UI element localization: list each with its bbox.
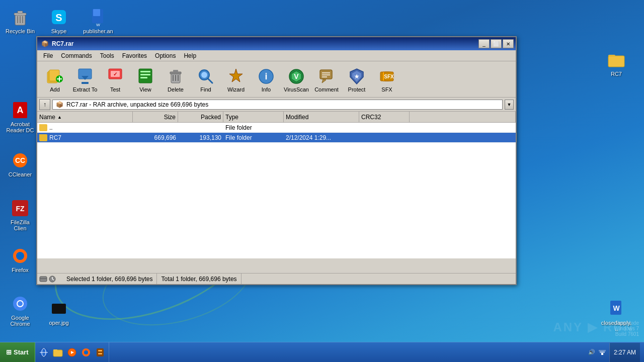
start-button[interactable]: ⊞ Start [0,342,35,363]
svg-text:V: V [294,72,299,80]
start-label: Start [14,348,29,356]
svg-text:SFX: SFX [384,74,394,79]
publisher-icon: W [88,7,108,27]
rc7-folder-icon [606,50,626,70]
taskbar-ie-icon[interactable] [37,346,50,359]
navigate-up-button[interactable]: ↑ [39,99,50,110]
minimize-button[interactable]: _ [478,39,490,48]
tray-network-icon[interactable] [598,348,606,357]
menu-favorites[interactable]: Favorites [118,51,151,60]
clock-area[interactable]: 2:27 AM [609,343,640,362]
col-header-type[interactable]: Type [223,112,284,122]
svg-marker-53 [229,69,243,82]
taskbar-wmp-icon[interactable] [65,346,78,359]
wizard-icon [227,67,245,85]
toolbar-virusscan-button[interactable]: V VirusScan [282,63,311,96]
recycle-bin-label: Recycle Bin [5,28,36,34]
build-label: Build 7601 [614,331,639,337]
file-modified-rc7: 2/12/2024 1:29... [284,134,359,141]
toolbar-delete-button[interactable]: Delete [161,63,190,96]
col-header-packed[interactable]: Packed [178,112,223,122]
toolbar-add-button[interactable]: Add [40,63,69,96]
toolbar-test-button[interactable]: ✓ Test [101,63,130,96]
tray-volume-icon[interactable]: 🔊 [588,349,595,355]
oper-icon [49,299,69,319]
toolbar-find-button[interactable]: Find [191,63,220,96]
svg-text:A: A [17,105,24,115]
taskbar-firefox-icon[interactable] [79,346,93,359]
restore-button[interactable]: ⬜ [491,39,502,48]
sfx-label: SFX [381,86,392,93]
sfx-icon: SFX [378,67,396,85]
svg-rect-86 [98,350,102,351]
desktop-icon-rc7[interactable]: RC7 [599,48,634,79]
skype-label: Skype [43,28,74,34]
desktop-icon-filezilla[interactable]: FZ FileZilla Clien [3,196,38,233]
address-dropdown-button[interactable]: ▼ [505,100,514,110]
file-list[interactable]: .. File folder [37,123,516,258]
svg-rect-25 [52,304,66,314]
desktop-icon-skype[interactable]: S Skype [41,5,76,36]
taskbar-folder-icon[interactable] [51,346,64,359]
svg-rect-9 [93,9,100,16]
closedapply-icon: W [606,299,626,319]
svg-rect-41 [140,71,150,72]
toolbar: Add Extract To [37,61,516,98]
address-field: 📦 RC7.rar - RAR archive, unpacked size 6… [52,100,503,110]
chrome-icon [10,294,30,314]
toolbar-info-button[interactable]: i Info [252,63,281,96]
menu-commands[interactable]: Commands [57,51,96,60]
find-icon [197,67,215,85]
close-button[interactable]: ✕ [503,39,514,48]
file-row-rc7[interactable]: RC7 669,696 193,130 File folder 2/12/202… [37,133,516,143]
ccleaner-label: CCleaner [5,171,36,177]
toolbar-protect-button[interactable]: ★ Protect [342,63,371,96]
test-icon: ✓ [106,67,124,85]
file-row-parent[interactable]: .. File folder [37,123,516,133]
desktop-icon-chrome[interactable]: Google Chrome [3,292,38,329]
toolbar-sfx-button[interactable]: SFX SFX [372,63,401,96]
window-titlebar[interactable]: 📦 RC7.rar _ ⬜ ✕ [37,37,516,50]
firefox-label: Firefox [5,267,36,273]
menu-tools[interactable]: Tools [96,51,118,60]
file-name-rc7: RC7 [37,134,133,141]
info-icon: i [257,67,275,85]
address-bar: ↑ 📦 RC7.rar - RAR archive, unpacked size… [37,98,516,112]
svg-rect-89 [600,351,605,353]
desktop: Recycle Bin S Skype W publisher.an A [0,0,644,362]
toolbar-comment-button[interactable]: Comment [312,63,341,96]
menu-help[interactable]: Help [180,51,200,60]
start-icon: ⊞ [6,348,12,356]
file-type-parent: File folder [223,124,284,131]
desktop-icon-recycle-bin[interactable]: Recycle Bin [3,5,38,36]
desktop-icon-acrobat[interactable]: A Acrobat Reader DC [3,98,38,135]
col-header-size[interactable]: Size [133,112,178,122]
svg-rect-80 [53,349,57,351]
toolbar-extract-button[interactable]: Extract To [70,63,100,96]
test-mode-label: Test Mode [614,320,639,326]
toolbar-wizard-button[interactable]: Wizard [221,63,251,96]
col-header-modified[interactable]: Modified [284,112,359,122]
col-header-name[interactable]: Name ▲ [37,112,133,122]
svg-marker-60 [322,79,326,83]
virusscan-label: VirusScan [284,86,309,93]
desktop-icon-ccleaner[interactable]: CC CCleaner [3,148,38,179]
file-type-rc7: File folder [223,134,284,141]
svg-rect-90 [599,350,606,351]
col-header-crc32[interactable]: CRC32 [359,112,410,122]
desktop-icon-firefox[interactable]: Firefox [3,244,38,275]
status-left: Selected 1 folder, 669,696 bytes [62,274,157,284]
svg-rect-85 [97,348,104,356]
desktop-icon-publisher[interactable]: W publisher.an [80,5,116,36]
menu-file[interactable]: File [39,51,57,60]
oper-label: oper.jpg [43,320,74,326]
delete-icon [167,67,185,85]
desktop-icon-oper[interactable]: oper.jpg [41,297,76,328]
status-bar: Selected 1 folder, 669,696 bytes Total 1… [37,273,516,284]
taskbar-winrar-icon[interactable] [94,346,107,359]
menu-options[interactable]: Options [151,51,180,60]
toolbar-view-button[interactable]: View [131,63,160,96]
col-header-rest [410,112,516,122]
recycle-bin-icon [10,7,30,27]
window-title: 📦 RC7.rar [41,40,73,47]
